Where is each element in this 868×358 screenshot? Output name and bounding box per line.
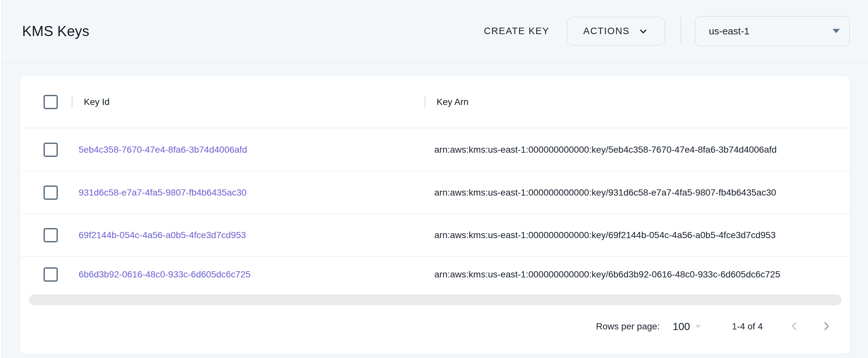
create-key-button[interactable]: CREATE KEY (478, 22, 555, 40)
rows-per-page-select[interactable]: 100 (673, 321, 701, 333)
key-id-cell: 931d6c58-e7a7-4fa5-9807-fb4b6435ac30 (71, 187, 424, 198)
actions-button[interactable]: ACTIONS (567, 17, 665, 46)
kms-keys-table-card: Key Id Key Arn 5eb4c358-7670-47e4-8fa6-3… (20, 76, 850, 354)
column-header-key-arn[interactable]: Key Arn (437, 97, 468, 107)
rows-per-page-label: Rows per page: (596, 321, 660, 332)
dropdown-caret-icon (695, 325, 701, 328)
left-edge-divider (0, 0, 2, 358)
row-select-cell (20, 267, 71, 282)
column-header-key-id-cell: Key Id (73, 97, 424, 107)
column-divider (424, 96, 426, 108)
pagination-bar: Rows per page: 100 1-4 of 4 (20, 305, 850, 348)
key-id-cell: 6b6d3b92-0616-48c0-933c-6d605dc6c725 (71, 269, 424, 280)
key-id-link[interactable]: 69f2144b-054c-4a56-a0b5-4fce3d7cd953 (79, 230, 246, 240)
key-id-link[interactable]: 5eb4c358-7670-47e4-8fa6-3b74d4006afd (79, 145, 247, 155)
key-arn-cell: arn:aws:kms:us-east-1:000000000000:key/6… (424, 230, 850, 240)
row-select-cell (20, 143, 71, 157)
key-arn-cell: arn:aws:kms:us-east-1:000000000000:key/6… (424, 269, 850, 280)
column-header-key-id[interactable]: Key Id (84, 97, 110, 107)
row-checkbox[interactable] (43, 267, 58, 282)
page-title: KMS Keys (22, 23, 89, 39)
horizontal-scrollbar[interactable] (29, 294, 842, 305)
key-id-cell: 5eb4c358-7670-47e4-8fa6-3b74d4006afd (71, 145, 424, 155)
chevron-left-icon (788, 320, 800, 333)
pagination-range-label: 1-4 of 4 (732, 321, 763, 332)
table-row: 6b6d3b92-0616-48c0-933c-6d605dc6c725 arn… (20, 256, 850, 292)
row-checkbox[interactable] (43, 228, 58, 242)
select-all-checkbox[interactable] (43, 95, 58, 109)
key-id-link[interactable]: 931d6c58-e7a7-4fa5-9807-fb4b6435ac30 (79, 187, 247, 198)
key-arn-cell: arn:aws:kms:us-east-1:000000000000:key/9… (424, 187, 850, 198)
table-row: 5eb4c358-7670-47e4-8fa6-3b74d4006afd arn… (20, 128, 850, 171)
region-select[interactable]: us-east-1 (695, 16, 850, 46)
next-page-button[interactable] (819, 319, 834, 334)
chevron-down-icon (638, 26, 648, 36)
row-checkbox[interactable] (43, 143, 58, 157)
select-all-cell (20, 95, 71, 109)
header-actions: CREATE KEY ACTIONS us-east-1 (478, 16, 850, 46)
rows-per-page-value: 100 (673, 321, 690, 333)
dropdown-caret-icon (833, 29, 840, 33)
previous-page-button[interactable] (787, 319, 801, 334)
key-arn-cell: arn:aws:kms:us-east-1:000000000000:key/5… (424, 145, 850, 155)
key-id-link[interactable]: 6b6d3b92-0616-48c0-933c-6d605dc6c725 (79, 269, 250, 279)
region-select-value: us-east-1 (709, 26, 749, 37)
table-header-row: Key Id Key Arn (20, 76, 850, 128)
row-select-cell (20, 185, 71, 200)
row-select-cell (20, 228, 71, 242)
key-id-cell: 69f2144b-054c-4a56-a0b5-4fce3d7cd953 (71, 230, 424, 240)
table-row: 931d6c58-e7a7-4fa5-9807-fb4b6435ac30 arn… (20, 171, 850, 213)
table-row: 69f2144b-054c-4a56-a0b5-4fce3d7cd953 arn… (20, 213, 850, 256)
header-divider (681, 18, 681, 45)
actions-button-label: ACTIONS (583, 26, 630, 36)
chevron-right-icon (820, 320, 833, 333)
row-checkbox[interactable] (43, 185, 58, 200)
page-header: KMS Keys CREATE KEY ACTIONS us-east-1 (0, 0, 868, 62)
